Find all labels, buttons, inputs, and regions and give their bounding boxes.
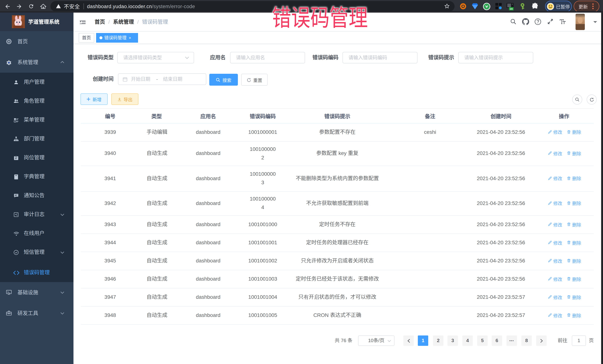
svg-text:on: on bbox=[510, 8, 513, 10]
